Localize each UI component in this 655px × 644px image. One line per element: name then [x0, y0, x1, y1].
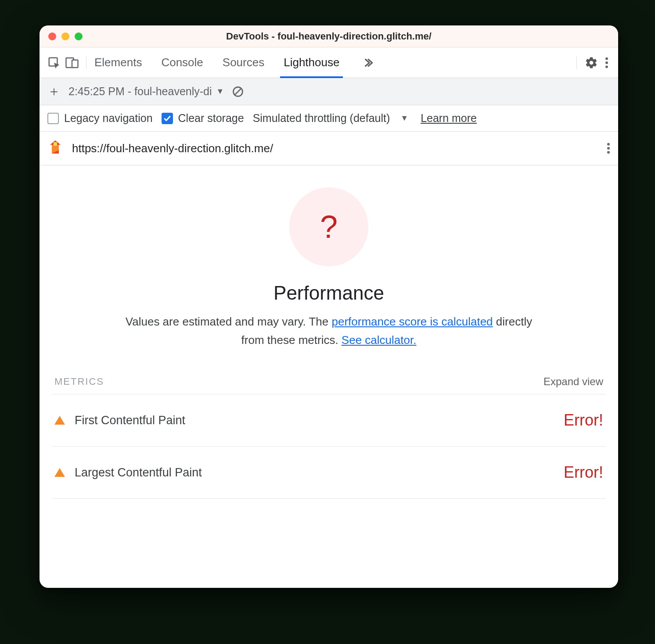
- svg-point-14: [607, 151, 610, 154]
- metric-row: First Contentful Paint Error!: [52, 394, 606, 447]
- report-select-label: 2:45:25 PM - foul-heavenly-di: [68, 85, 212, 98]
- lighthouse-report: ? Performance Values are estimated and m…: [40, 165, 618, 588]
- titlebar: DevTools - foul-heavenly-direction.glitc…: [40, 25, 618, 47]
- legacy-navigation-checkbox[interactable]: Legacy navigation: [47, 112, 153, 125]
- metric-name: First Contentful Paint: [75, 414, 185, 427]
- clear-storage-checkbox[interactable]: Clear storage: [162, 112, 244, 125]
- inspect-element-icon[interactable]: [47, 56, 61, 69]
- svg-rect-11: [54, 142, 57, 146]
- window-close-button[interactable]: [48, 32, 56, 40]
- dropdown-caret-icon: ▼: [400, 114, 408, 123]
- report-menu-icon[interactable]: [607, 142, 610, 154]
- metric-value: Error!: [564, 411, 603, 429]
- svg-point-4: [605, 61, 608, 64]
- desc-text: Values are estimated and may vary. The: [126, 315, 332, 328]
- warning-triangle-icon: [54, 468, 65, 477]
- report-url: https://foul-heavenly-direction.glitch.m…: [72, 142, 273, 155]
- category-title: Performance: [274, 282, 384, 304]
- dropdown-caret-icon: ▼: [216, 87, 224, 96]
- svg-line-7: [235, 89, 241, 95]
- tab-elements[interactable]: Elements: [94, 47, 143, 78]
- svg-rect-2: [72, 60, 78, 67]
- throttling-label: Simulated throttling (default): [253, 112, 390, 124]
- window-minimize-button[interactable]: [61, 32, 69, 40]
- category-description: Values are estimated and may vary. The p…: [118, 313, 540, 349]
- separator: [86, 57, 86, 69]
- performance-score-link[interactable]: performance score is calculated: [332, 315, 493, 328]
- clear-storage-label: Clear storage: [178, 112, 244, 125]
- lighthouse-logo-icon: [47, 140, 63, 157]
- legacy-navigation-label: Legacy navigation: [64, 112, 153, 125]
- learn-more-link[interactable]: Learn more: [421, 112, 477, 125]
- settings-gear-icon[interactable]: [585, 56, 598, 69]
- score-symbol: ?: [320, 209, 338, 245]
- clear-icon[interactable]: [232, 86, 244, 98]
- throttling-select[interactable]: Simulated throttling (default): [253, 112, 390, 125]
- devtools-tabbar: Elements Console Sources Lighthouse: [40, 47, 618, 78]
- window-title: DevTools - foul-heavenly-direction.glitc…: [40, 31, 618, 42]
- expand-view-toggle[interactable]: Expand view: [543, 376, 603, 388]
- separator: [576, 57, 577, 69]
- lighthouse-options: Legacy navigation Clear storage Simulate…: [40, 105, 618, 132]
- traffic-lights: [48, 32, 83, 40]
- checkbox-icon: [47, 113, 59, 124]
- warning-triangle-icon: [54, 416, 65, 425]
- devtools-window: DevTools - foul-heavenly-direction.glitc…: [40, 25, 618, 588]
- more-tabs-icon[interactable]: [362, 57, 374, 68]
- lighthouse-toolbar: ＋ 2:45:25 PM - foul-heavenly-di ▼: [40, 78, 618, 105]
- tab-sources[interactable]: Sources: [222, 47, 265, 78]
- metric-value: Error!: [564, 463, 603, 482]
- score-gauge: ?: [289, 187, 368, 266]
- device-toggle-icon[interactable]: [65, 56, 79, 69]
- metric-name: Largest Contentful Paint: [75, 466, 202, 479]
- tab-console[interactable]: Console: [160, 47, 204, 78]
- svg-point-13: [607, 147, 610, 150]
- metrics-header: METRICS Expand view: [52, 376, 606, 394]
- window-zoom-button[interactable]: [75, 32, 83, 40]
- more-vert-icon[interactable]: [601, 57, 612, 69]
- tab-lighthouse[interactable]: Lighthouse: [283, 47, 340, 78]
- see-calculator-link[interactable]: See calculator.: [342, 333, 417, 347]
- report-select[interactable]: 2:45:25 PM - foul-heavenly-di ▼: [68, 85, 224, 98]
- svg-point-3: [605, 57, 608, 60]
- svg-point-5: [605, 65, 608, 68]
- metrics-heading: METRICS: [54, 376, 104, 387]
- panel-tabs: Elements Console Sources Lighthouse: [94, 47, 374, 78]
- checkbox-checked-icon: [162, 113, 173, 124]
- svg-point-12: [607, 143, 610, 146]
- new-report-button[interactable]: ＋: [47, 82, 61, 100]
- report-urlbar: https://foul-heavenly-direction.glitch.m…: [40, 132, 618, 165]
- metric-row: Largest Contentful Paint Error!: [52, 447, 606, 499]
